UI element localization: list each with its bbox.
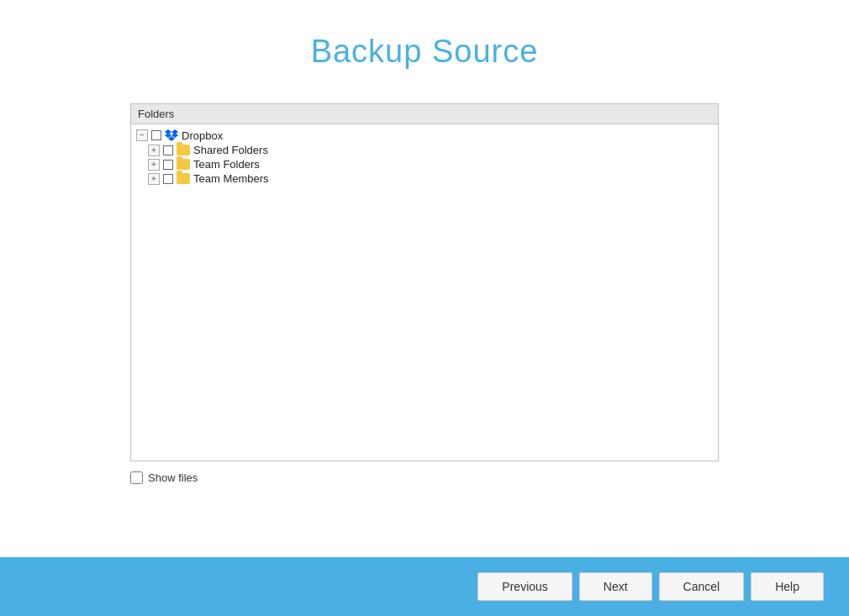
expand-btn-dropbox[interactable]: −	[136, 129, 148, 141]
tree-row-shared-folders[interactable]: + Shared Folders	[131, 143, 718, 157]
label-dropbox: Dropbox	[182, 129, 223, 142]
page-title: Backup Source	[311, 34, 539, 70]
next-button[interactable]: Next	[579, 572, 652, 601]
folder-icon-members	[177, 173, 190, 184]
cancel-button[interactable]: Cancel	[659, 572, 745, 601]
folder-icon-team	[177, 159, 190, 170]
dropbox-icon	[165, 129, 178, 142]
tree-body: − Dropbox + Shared Fol	[131, 124, 718, 461]
show-files-row: Show files	[130, 471, 719, 484]
checkbox-team-folders[interactable]	[163, 160, 173, 170]
expand-btn-team-folders[interactable]: +	[148, 159, 160, 171]
expand-btn-team-members[interactable]: +	[148, 173, 160, 185]
show-files-label[interactable]: Show files	[148, 471, 198, 484]
tree-header: Folders	[131, 104, 718, 124]
expand-btn-shared-folders[interactable]: +	[148, 145, 160, 156]
checkbox-shared-folders[interactable]	[163, 145, 173, 155]
tree-row-dropbox[interactable]: − Dropbox	[131, 128, 718, 143]
label-team-members: Team Members	[193, 172, 269, 185]
main-content: Backup Source Folders − Dropbox	[0, 0, 849, 557]
help-button[interactable]: Help	[751, 572, 824, 601]
tree-panel: Folders − Dropbox +	[130, 103, 719, 461]
show-files-checkbox[interactable]	[130, 471, 143, 484]
folder-icon-shared	[177, 145, 190, 155]
label-team-folders: Team Folders	[193, 158, 260, 171]
label-shared-folders: Shared Folders	[193, 144, 268, 156]
checkbox-dropbox[interactable]	[151, 130, 161, 140]
tree-row-team-folders[interactable]: + Team Folders	[131, 157, 718, 171]
tree-row-team-members[interactable]: + Team Members	[131, 171, 718, 186]
previous-button[interactable]: Previous	[477, 572, 572, 601]
checkbox-team-members[interactable]	[163, 174, 173, 184]
footer-bar: Previous Next Cancel Help	[0, 557, 849, 616]
